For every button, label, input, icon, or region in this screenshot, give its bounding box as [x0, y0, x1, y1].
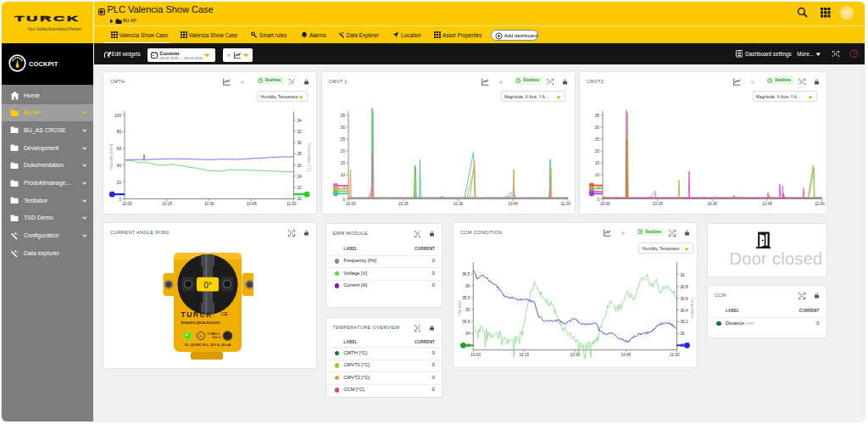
svg-text:10: 10 — [340, 173, 345, 177]
svg-text:10:30: 10:30 — [453, 201, 463, 205]
svg-text:20: 20 — [595, 149, 600, 153]
svg-text:25: 25 — [595, 137, 600, 142]
svg-text:34: 34 — [298, 118, 303, 122]
svg-text:28: 28 — [298, 152, 303, 156]
svg-text:10:45: 10:45 — [762, 201, 772, 205]
svg-text:40: 40 — [117, 163, 122, 167]
svg-text:34: 34 — [465, 332, 470, 336]
svg-text:10:15: 10:15 — [398, 201, 408, 205]
svg-text:80: 80 — [117, 130, 122, 134]
svg-text:25: 25 — [340, 137, 345, 142]
svg-text:10:15: 10:15 — [519, 353, 529, 357]
svg-text:15...30 VDC Ⓡ 0...10 V 4...20: 15...30 VDC Ⓡ 0...10 V 4...20 mA — [185, 343, 231, 347]
svg-text:30: 30 — [298, 141, 303, 145]
svg-text:20: 20 — [340, 149, 345, 153]
svg-text:20: 20 — [117, 180, 122, 184]
svg-text:10:45: 10:45 — [247, 201, 257, 205]
svg-text:TURCK: TURCK — [181, 310, 213, 319]
svg-text:35: 35 — [465, 308, 470, 312]
svg-text:31: 31 — [681, 273, 686, 277]
svg-text:11:00: 11:00 — [670, 353, 680, 357]
svg-text:30.2: 30.2 — [681, 320, 689, 324]
svg-text:10:00: 10:00 — [470, 353, 481, 357]
svg-text:11:00: 11:00 — [287, 201, 297, 205]
svg-text:0: 0 — [342, 197, 345, 201]
svg-text:30.4: 30.4 — [681, 309, 689, 313]
svg-text:10:45: 10:45 — [621, 353, 632, 357]
svg-text:100: 100 — [114, 113, 121, 117]
svg-text:RI360P0-QR14-ELU5X2: RI360P0-QR14-ELU5X2 — [181, 321, 221, 325]
svg-text:NFt1.1: NFt1.1 — [212, 332, 220, 336]
svg-text:0°: 0° — [203, 281, 212, 290]
svg-text:24: 24 — [298, 174, 303, 178]
svg-text:Temperature: Temperature — [690, 297, 694, 319]
svg-text:36: 36 — [465, 284, 470, 288]
svg-text:35: 35 — [340, 113, 345, 117]
svg-text:30.6: 30.6 — [681, 297, 689, 301]
svg-text:CE: CE — [221, 311, 228, 316]
svg-text:20: 20 — [298, 197, 303, 201]
svg-text:22: 22 — [298, 185, 303, 189]
svg-text:10:00: 10:00 — [600, 201, 610, 205]
svg-text:30: 30 — [340, 125, 345, 129]
svg-text:UL: UL — [198, 334, 203, 338]
svg-text:30.8: 30.8 — [681, 285, 689, 289]
svg-text:0: 0 — [597, 197, 599, 201]
svg-text:36.5: 36.5 — [462, 272, 470, 276]
svg-text:30: 30 — [595, 125, 600, 129]
svg-text:26: 26 — [298, 163, 303, 167]
svg-text:Humidity: Humidity — [458, 299, 462, 315]
svg-text:10:00: 10:00 — [346, 201, 356, 205]
svg-text:10:00: 10:00 — [122, 201, 132, 205]
svg-text:15: 15 — [595, 161, 600, 165]
svg-text:10: 10 — [595, 173, 600, 177]
svg-text:10:45: 10:45 — [508, 201, 518, 205]
svg-text:10:30: 10:30 — [204, 201, 214, 205]
svg-text:0: 0 — [119, 197, 121, 201]
svg-text:32: 32 — [298, 129, 303, 133]
svg-text:Temperature [°C]: Temperature [°C] — [307, 142, 311, 170]
svg-text:15: 15 — [340, 161, 345, 165]
svg-text:11:00: 11:00 — [815, 201, 825, 205]
svg-text:60: 60 — [117, 147, 122, 151]
svg-text:35: 35 — [595, 113, 600, 117]
svg-text:10:15: 10:15 — [162, 201, 172, 205]
svg-text:35.5: 35.5 — [462, 296, 470, 300]
svg-text:Class 2: Class 2 — [212, 336, 221, 339]
svg-text:Humidity [%rH]: Humidity [%rH] — [109, 143, 114, 169]
svg-text:?: ? — [852, 51, 855, 57]
svg-text:10:30: 10:30 — [707, 201, 717, 205]
svg-text:34.5: 34.5 — [462, 320, 470, 324]
svg-text:11:00: 11:00 — [560, 201, 570, 205]
svg-text:10:15: 10:15 — [653, 201, 663, 205]
svg-text:30: 30 — [681, 332, 686, 336]
